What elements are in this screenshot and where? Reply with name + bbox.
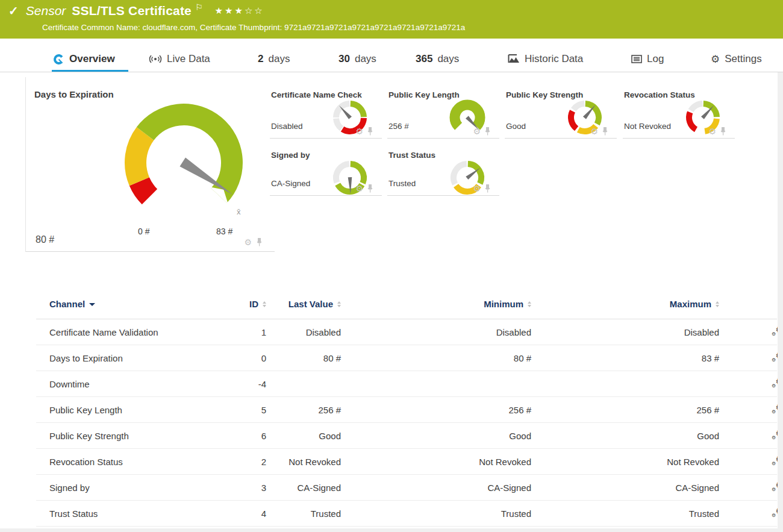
gauge-card-certificate-name-check: Certificate Name Check Disabled ⚙ <box>270 78 382 139</box>
row-actions: ⚙⚙ <box>719 326 783 339</box>
sort-arrows-icon <box>716 301 719 307</box>
pin-icon[interactable] <box>484 127 491 136</box>
pin-icon[interactable] <box>256 237 263 246</box>
status-ok-check-icon: ✓ <box>8 4 19 18</box>
column-header-channel[interactable]: Channel <box>49 299 218 309</box>
row-actions: ⚙⚙ <box>719 455 783 468</box>
gauge-title: Trust Status <box>388 151 435 160</box>
cell-last: CA-Signed <box>266 483 341 493</box>
gauge-average-marker: x̄ <box>237 207 241 216</box>
sensor-status-banner: ✓ Sensor SSL/TLS Certificate ⚐ ★★★☆☆ Cer… <box>0 0 783 39</box>
gauge-current-value: 256 # <box>388 122 409 131</box>
column-header-minimum[interactable]: Minimum <box>484 299 531 309</box>
tab-2-days-label: days <box>268 53 290 65</box>
tab-live-data[interactable]: Live Data <box>149 53 210 65</box>
pin-icon[interactable] <box>720 127 726 136</box>
table-row: Signed by3CA-SignedCA-SignedCA-Signed⚙⚙ <box>36 475 777 501</box>
cell-channel: Certificate Name Validation <box>49 327 218 337</box>
priority-stars-filled: ★★★ <box>215 5 245 16</box>
table-row: Revocation Status2Not RevokedNot Revoked… <box>36 449 777 475</box>
flag-icon[interactable]: ⚐ <box>195 2 203 12</box>
cell-channel: Revocation Status <box>49 457 218 467</box>
column-header-last-value[interactable]: Last Value <box>289 299 341 309</box>
cell-id: -4 <box>218 379 266 389</box>
pin-icon[interactable] <box>484 184 491 193</box>
cell-last: Trusted <box>266 509 341 519</box>
gear-icon: ⚙ <box>772 410 776 415</box>
cell-last: Not Revoked <box>266 457 341 467</box>
tab-live-data-label: Live Data <box>167 53 210 65</box>
table-row: Trust Status4TrustedTrustedTrusted⚙⚙ <box>36 501 777 527</box>
gauge-settings-gear-icon[interactable]: ⚙ <box>355 184 363 193</box>
sort-arrows-icon <box>263 301 266 307</box>
cell-max: Not Revoked <box>531 457 719 467</box>
column-header-id[interactable]: ID <box>249 299 266 309</box>
tab-bar: Overview Live Data 2 days 30 days 365 da… <box>0 39 783 72</box>
cell-last: Good <box>266 431 341 441</box>
sensor-subtitle: Certificate Common Name: cloudflare.com,… <box>42 23 465 32</box>
pin-icon[interactable] <box>367 184 373 193</box>
tab-365-days[interactable]: 365 days <box>416 53 459 65</box>
table-row: Days to Expiration080 #80 #83 #⚙⚙ <box>36 345 777 371</box>
cell-id: 4 <box>218 509 266 519</box>
gauge-current-value: Disabled <box>271 122 303 131</box>
gear-icon: ⚙ <box>772 358 776 363</box>
cell-last: 80 # <box>266 353 341 363</box>
gauge-settings-gear-icon[interactable]: ⚙ <box>355 127 363 136</box>
cell-min: 256 # <box>341 405 531 415</box>
gauge-settings-gear-icon[interactable]: ⚙ <box>244 238 252 246</box>
row-actions: ⚙⚙ <box>719 378 783 390</box>
gauge-current-value: CA-Signed <box>271 179 310 188</box>
row-actions: ⚙⚙ <box>719 352 783 365</box>
cell-id: 3 <box>218 483 266 493</box>
tab-historic-data[interactable]: Historic Data <box>508 53 583 65</box>
right-gutter <box>778 72 783 532</box>
row-actions: ⚙⚙ <box>719 430 783 442</box>
channels-table-header: Channel ID Last Value Minimum Maximum <box>36 289 777 319</box>
gauge-settings-gear-icon[interactable]: ⚙ <box>473 184 481 193</box>
pin-icon[interactable] <box>367 127 373 136</box>
cell-id: 6 <box>218 431 266 441</box>
gauge-title: Days to Expiration <box>34 89 114 99</box>
tab-30-days-label: days <box>355 53 376 65</box>
cell-channel: Trust Status <box>49 509 218 519</box>
column-header-channel-label: Channel <box>49 299 85 309</box>
cell-max: Trusted <box>531 509 719 519</box>
tab-30-days-number: 30 <box>338 53 350 65</box>
log-icon <box>631 55 642 63</box>
active-tab-underline <box>52 70 128 72</box>
gauge-settings-gear-icon[interactable]: ⚙ <box>708 127 716 136</box>
gauge-settings-gear-icon[interactable]: ⚙ <box>473 127 481 136</box>
gear-icon: ⚙ <box>772 462 776 466</box>
cell-max: 256 # <box>531 405 719 415</box>
bottom-strip <box>0 528 783 532</box>
sort-arrows-icon <box>528 301 531 307</box>
pin-icon[interactable] <box>602 127 608 136</box>
cell-id: 0 <box>218 353 266 363</box>
priority-stars[interactable]: ★★★☆☆ <box>215 5 264 16</box>
tab-log[interactable]: Log <box>631 53 664 65</box>
gauge-current-value: Good <box>506 122 526 131</box>
gauge-card-trust-status: Trust Status Trusted ⚙ <box>387 139 499 196</box>
gauge-current-value: Not Revoked <box>624 122 671 131</box>
sort-arrows-icon <box>337 301 341 307</box>
column-header-maximum[interactable]: Maximum <box>670 299 719 309</box>
channels-table: Channel ID Last Value Minimum Maximum Ce… <box>36 289 777 527</box>
tab-30-days[interactable]: 30 days <box>338 53 376 65</box>
prtg-sensor-page: ✓ Sensor SSL/TLS Certificate ⚐ ★★★☆☆ Cer… <box>0 0 783 532</box>
tab-settings[interactable]: ⚙ Settings <box>711 53 762 65</box>
gauge-settings-gear-icon[interactable]: ⚙ <box>590 127 598 136</box>
cell-min: CA-Signed <box>341 483 531 493</box>
gauge-max-label: 83 # <box>216 227 232 236</box>
gear-icon: ⚙ <box>772 436 776 440</box>
tab-365-days-label: days <box>437 53 459 65</box>
tab-365-days-number: 365 <box>416 53 432 65</box>
cell-channel: Days to Expiration <box>49 353 218 363</box>
cell-id: 5 <box>218 405 266 415</box>
cell-last: 256 # <box>266 405 341 415</box>
tab-2-days[interactable]: 2 days <box>258 53 290 65</box>
row-actions: ⚙⚙ <box>719 404 783 416</box>
cell-id: 2 <box>218 457 266 467</box>
historic-data-icon <box>508 54 520 64</box>
tab-overview[interactable]: Overview <box>53 53 115 65</box>
